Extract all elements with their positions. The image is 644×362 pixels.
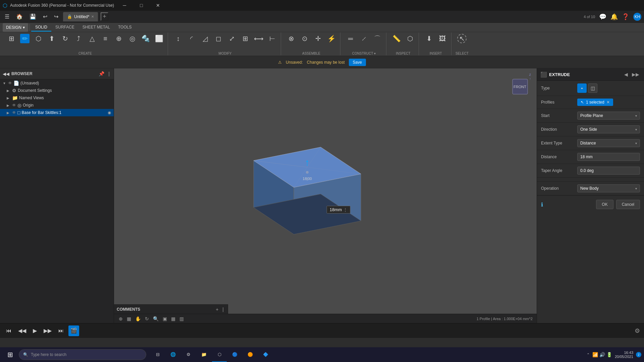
tab-solid[interactable]: SOLID <box>31 23 51 32</box>
shell-button[interactable]: ◻ <box>212 33 224 45</box>
menu-button[interactable]: ☰ <box>3 12 11 21</box>
undo-button[interactable]: ↩ <box>41 12 49 21</box>
grid-snap-button[interactable]: ▦ <box>126 315 132 322</box>
operation-dropdown[interactable]: New Body ▾ <box>577 184 640 192</box>
chamfer-button[interactable]: ◿ <box>199 33 211 45</box>
taper-angle-input[interactable] <box>577 167 640 175</box>
joint-origin-button[interactable]: ✛ <box>312 33 324 45</box>
scale-button[interactable]: ⤢ <box>226 33 238 45</box>
tab-sheet-metal[interactable]: SHEET METAL <box>78 23 114 32</box>
distance-input[interactable] <box>577 153 640 161</box>
comments-panel[interactable]: COMMENTS + | <box>114 304 228 314</box>
edge-button[interactable]: 🌐 <box>166 347 180 362</box>
tree-item-root[interactable]: ▼ 👁 📄 (Unsaved) <box>0 79 114 87</box>
play-button[interactable]: ▶ <box>31 326 39 335</box>
media-thumbnail[interactable]: 🎬 <box>68 325 79 336</box>
dimension-label[interactable]: 18mm ⋮ <box>327 206 351 214</box>
rigid-group-button[interactable]: ⚡ <box>325 33 337 45</box>
tab-close-button[interactable]: ✕ <box>91 15 94 18</box>
pan-button[interactable]: ✋ <box>135 315 142 322</box>
zoom-button[interactable]: 🔍 <box>152 315 159 322</box>
comments-add-button[interactable]: + <box>214 306 220 313</box>
sidebar-pin-button[interactable]: 📌 <box>97 70 106 77</box>
tray-chevron-icon[interactable]: ⌃ <box>587 353 590 357</box>
extent-type-dropdown[interactable]: Distance ▾ <box>577 139 640 147</box>
type-solid-button[interactable]: ▪ <box>577 83 587 93</box>
root-visibility-icon[interactable]: 👁 <box>8 81 12 85</box>
create-form-button[interactable]: ⬡ <box>32 33 44 45</box>
redo-button[interactable]: ↪ <box>52 12 60 21</box>
cancel-button[interactable]: Cancel <box>616 200 640 209</box>
as-built-joint-button[interactable]: ⊙ <box>299 33 311 45</box>
view-cube[interactable]: Z ↑ FRONT <box>506 72 533 99</box>
add-tab-button[interactable]: + <box>101 12 108 21</box>
fast-forward-button[interactable]: ▶▶ <box>42 326 54 335</box>
replace-face-button[interactable]: ⟷ <box>253 33 265 45</box>
notification-badge[interactable]: 2 <box>636 352 641 357</box>
tab-surface[interactable]: SURFACE <box>51 23 78 32</box>
dimension-menu-icon[interactable]: ⋮ <box>343 207 347 212</box>
volume-icon[interactable]: 🔊 <box>599 352 605 357</box>
search-bar[interactable]: 🔍 Type here to search <box>19 349 146 360</box>
fusion360-button[interactable]: ⬡ <box>212 347 227 362</box>
user-avatar[interactable]: KH <box>633 13 641 21</box>
base-visibility-icon[interactable]: 👁 <box>12 110 16 115</box>
profiles-selected-badge[interactable]: ↖ 1 selected ✕ <box>577 99 613 106</box>
settings-taskbar-button[interactable]: ⚙ <box>181 347 196 362</box>
plane-at-angle-button[interactable]: ⟋ <box>358 33 370 45</box>
dimension-value[interactable]: 18mm <box>330 207 342 212</box>
chrome-button[interactable]: 🔵 <box>227 347 242 362</box>
tangent-plane-button[interactable]: ⌒ <box>371 33 383 45</box>
minimize-button[interactable]: ─ <box>117 0 132 11</box>
maximize-button[interactable]: □ <box>133 0 149 11</box>
chat-icon[interactable]: 💬 <box>599 13 606 20</box>
type-surface-button[interactable]: ◫ <box>588 83 597 93</box>
push-pull-button[interactable]: ↕ <box>172 33 184 45</box>
snap-button[interactable]: ⊕ <box>118 315 123 322</box>
combine-button[interactable]: ⊞ <box>239 33 251 45</box>
direction-dropdown[interactable]: One Side ▾ <box>577 125 640 133</box>
joint-button[interactable]: ⊗ <box>285 33 297 45</box>
start-button[interactable]: ⊞ <box>3 347 17 362</box>
skip-forward-button[interactable]: ⏭ <box>56 326 66 335</box>
design-mode-button[interactable]: DESIGN ▾ <box>3 23 28 32</box>
sweep-button[interactable]: ⤴ <box>72 33 85 45</box>
view-button[interactable]: ▣ <box>162 315 168 322</box>
app6-button[interactable]: 🔷 <box>258 347 273 362</box>
panel-expand-button[interactable]: ▶▶ <box>631 71 641 78</box>
viewcube-svg[interactable]: Z ↑ FRONT <box>506 72 533 99</box>
skip-back-button[interactable]: ⏮ <box>4 326 13 335</box>
fillet-button[interactable]: ◜ <box>185 33 198 45</box>
info-icon[interactable]: ℹ <box>541 201 543 208</box>
comments-collapse-button[interactable]: | <box>221 306 225 313</box>
more-view-button[interactable]: ▥ <box>179 315 184 322</box>
split-face-button[interactable]: ⊢ <box>266 33 278 45</box>
ok-button[interactable]: OK <box>596 200 613 209</box>
web-button[interactable]: ⊕ <box>113 33 125 45</box>
viewport[interactable]: ↑ 18|00 18mm ⋮ Z ↑ FRONT ⊕ <box>114 68 537 323</box>
tree-item-named-views[interactable]: ▶ 📁 Named Views <box>0 94 114 102</box>
save-button[interactable]: 💾 <box>28 12 38 21</box>
display-mode-button[interactable]: ▦ <box>170 315 176 322</box>
help-icon[interactable]: ❓ <box>622 13 629 20</box>
origin-visibility-icon[interactable]: 👁 <box>12 103 16 108</box>
settings-button[interactable]: ⚙ <box>635 327 640 335</box>
notification-icon[interactable]: 🔔 <box>610 13 618 20</box>
network-icon[interactable]: 📶 <box>592 352 598 357</box>
tree-item-base[interactable]: ▶ 👁 □ Base for Bar Skittles:1 ◉ <box>0 109 114 116</box>
rib-button[interactable]: ≡ <box>99 33 111 45</box>
hole-button[interactable]: ◎ <box>126 33 138 45</box>
select-button[interactable]: ↖ <box>456 33 468 45</box>
insert-canvas-button[interactable]: 🖼 <box>436 33 448 45</box>
start-dropdown[interactable]: Profile Plane ▾ <box>577 112 640 120</box>
offset-plane-button[interactable]: ═ <box>344 33 357 45</box>
tree-item-origin[interactable]: ▶ 👁 ◎ Origin <box>0 102 114 109</box>
thread-button[interactable]: 🔩 <box>140 33 152 45</box>
revolve-button[interactable]: ↻ <box>59 33 71 45</box>
create-sketch-button[interactable]: ✏ <box>19 33 31 45</box>
orbit-button[interactable]: ↻ <box>144 315 150 322</box>
profiles-clear-button[interactable]: ✕ <box>606 100 610 105</box>
sidebar-collapse-button[interactable]: | <box>107 70 111 77</box>
home-button[interactable]: 🏠 <box>14 12 25 21</box>
new-component-button[interactable]: ⊞ <box>5 33 17 45</box>
